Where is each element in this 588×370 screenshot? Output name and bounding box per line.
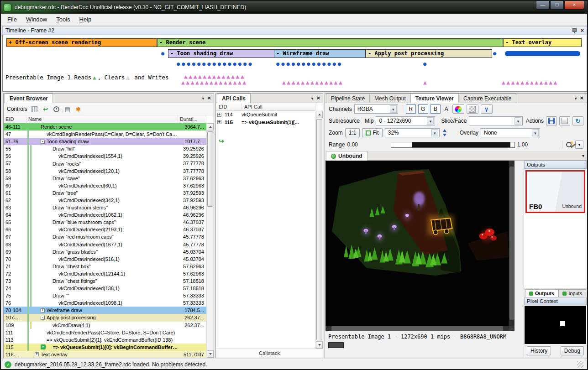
- resize-grip[interactable]: [577, 361, 583, 368]
- tree-expander[interactable]: +: [35, 352, 39, 356]
- channels-combo[interactable]: RGBA ▾: [354, 104, 398, 114]
- texture-viewport[interactable]: [326, 161, 514, 331]
- tree-expander[interactable]: [52, 287, 57, 291]
- viewport-horizontal-scrollbar[interactable]: [326, 326, 509, 331]
- texture-viewer-dock-tab[interactable]: Pipeline State: [326, 94, 370, 103]
- col-name[interactable]: Name: [26, 115, 178, 123]
- zoom-1-1-button[interactable]: 1:1: [345, 128, 360, 137]
- timeline-marker-bar[interactable]: + Off-screen scene rendering: [6, 38, 157, 47]
- col-api-call[interactable]: API Call: [242, 103, 315, 110]
- dock-menu-icon[interactable]: ▾: [202, 96, 204, 101]
- event-row[interactable]: 67 Draw "red mushroom caps" 45.77778: [4, 233, 206, 240]
- channel-green-button[interactable]: G: [418, 104, 428, 114]
- scroll-thumb[interactable]: [331, 326, 503, 331]
- debug-button[interactable]: Debug: [561, 346, 584, 355]
- timeline-body[interactable]: + Off-screen scene rendering - Render sc…: [2, 35, 587, 92]
- scroll-down-arrow[interactable]: [316, 341, 323, 349]
- wireframe-draw-dots[interactable]: ●●●●●●●●●●●●●: [276, 61, 343, 67]
- save-texture-button[interactable]: [546, 116, 557, 125]
- minimize-button[interactable]: —: [536, 1, 550, 10]
- pixel-context-view[interactable]: [525, 306, 586, 344]
- tree-expander[interactable]: [47, 294, 51, 298]
- draw-event-dot[interactable]: ●: [161, 51, 166, 56]
- event-row[interactable]: 76 vkCmdDrawIndexed(1098,1) 57.33333: [4, 299, 206, 307]
- autofit-wand-icon[interactable]: [571, 141, 573, 148]
- event-row[interactable]: 51-76 - Toon shading draw 1017.7...: [4, 138, 206, 145]
- api-call-row[interactable]: + 115 => vkQueueSubmit(1)[...: [216, 119, 323, 126]
- channel-blue-button[interactable]: B: [430, 104, 441, 114]
- event-row[interactable]: 62 vkCmdDrawIndexed(342,1) 37.92593: [4, 197, 206, 204]
- close-button[interactable]: ×: [564, 1, 584, 10]
- tree-expander[interactable]: [47, 264, 51, 268]
- range-min-value[interactable]: 0.00: [347, 141, 357, 148]
- event-row[interactable]: 75 Draw "" 57.33333: [4, 292, 206, 299]
- postprocess-draw-dot[interactable]: ●: [423, 61, 428, 67]
- tree-expander[interactable]: [47, 323, 51, 327]
- event-row[interactable]: 107-... - Apply post processing 262.37..…: [4, 314, 206, 321]
- history-button[interactable]: History: [527, 346, 551, 355]
- tree-expander[interactable]: [52, 169, 57, 173]
- tab-event-browser[interactable]: Event Browser: [5, 94, 53, 103]
- chevron-down-icon[interactable]: ▾: [582, 153, 584, 158]
- tree-expander[interactable]: -: [41, 316, 45, 320]
- menu-item[interactable]: Window: [21, 14, 52, 25]
- tree-expander[interactable]: +: [217, 113, 221, 117]
- tree-expander[interactable]: [52, 257, 57, 261]
- tree-expander[interactable]: +: [41, 308, 45, 313]
- scroll-up-arrow[interactable]: [316, 111, 323, 118]
- event-row[interactable]: 72 vkCmdDrawIndexed(12144,1) 57.62963: [4, 270, 206, 277]
- close-icon[interactable]: ×: [580, 95, 583, 101]
- texture-tab-unbound[interactable]: Unbound: [326, 151, 368, 161]
- event-row[interactable]: 64 vkCmdDrawIndexed(1062,1) 46.96296: [4, 211, 206, 219]
- col-duration[interactable]: Durati...: [178, 115, 206, 123]
- timeline-marker-bar[interactable]: - Render scene: [157, 38, 503, 47]
- timeline-header[interactable]: Timeline - Frame #2 ×: [2, 26, 587, 35]
- tree-expander[interactable]: [52, 183, 57, 188]
- flip-y-icon[interactable]: [442, 129, 447, 136]
- tree-expander[interactable]: -: [41, 140, 45, 144]
- bookmark-icon[interactable]: ✱: [75, 105, 82, 113]
- tree-expander[interactable]: [47, 220, 51, 224]
- event-row[interactable]: 115 => vkQueueSubmit(1)[0]: vkBeginComma…: [4, 344, 206, 351]
- usage-triangle[interactable]: ▲: [423, 79, 428, 85]
- hdr-colorwheel-button[interactable]: [452, 104, 464, 114]
- usage-triangles[interactable]: ▲▲▲▲▲▲▲▲▲▲▲▲▲: [282, 79, 343, 85]
- scroll-down-arrow[interactable]: [207, 350, 214, 358]
- tree-expander[interactable]: [47, 235, 51, 239]
- menu-item[interactable]: Tools: [52, 14, 74, 25]
- viewport-vertical-scrollbar[interactable]: [509, 161, 514, 326]
- dock-menu-icon[interactable]: ▾: [574, 96, 577, 101]
- event-row[interactable]: 61 Draw "tree" 37.92593: [4, 189, 206, 197]
- event-browser-scrollbar[interactable]: [206, 123, 214, 358]
- event-row[interactable]: 71 Draw "chest box" 57.62963: [4, 263, 206, 270]
- dock-menu-icon[interactable]: ▾: [311, 96, 313, 101]
- tree-expander[interactable]: +: [217, 120, 221, 124]
- columns-select-icon[interactable]: [31, 105, 38, 113]
- texture-viewer-dock-tab[interactable]: Mesh Output: [369, 94, 411, 103]
- event-row[interactable]: 109 vkCmdDraw(4,1) 262.37...: [4, 322, 206, 329]
- event-row[interactable]: 58 vkCmdDrawIndexed(120,1) 37.77778: [4, 167, 206, 175]
- scroll-thumb[interactable]: [316, 119, 322, 340]
- event-row[interactable]: 46-111 Render scene 3064.7...: [4, 123, 206, 130]
- channel-alpha-button[interactable]: A: [443, 106, 450, 112]
- event-row[interactable]: 68 vkCmdDrawIndexed(1677,1) 45.77778: [4, 241, 206, 248]
- tree-expander[interactable]: [47, 147, 51, 151]
- tree-expander[interactable]: [52, 242, 57, 246]
- stats-icon[interactable]: ▤: [64, 105, 71, 113]
- zoom-fit-button[interactable]: Fit: [362, 128, 382, 137]
- timeline-marker-bar[interactable]: - Toon shading draw: [168, 49, 274, 58]
- event-row[interactable]: 60 vkCmdDrawIndexed(60,1) 37.62963: [4, 182, 206, 189]
- event-row[interactable]: 47 vkCmdBeginRenderPass(C=Clear, D=Clear…: [4, 130, 206, 138]
- event-row[interactable]: 78-104 + Wireframe draw 1784.5...: [4, 307, 206, 314]
- callstack-section[interactable]: Callstack: [216, 349, 323, 358]
- tree-expander[interactable]: [52, 154, 57, 158]
- overlay-combo[interactable]: None ▾: [481, 128, 540, 137]
- menu-item[interactable]: Help: [75, 14, 96, 25]
- api-call-row[interactable]: + 114 vkQueueSubmit: [216, 111, 323, 119]
- event-row[interactable]: 66 vkCmdDrawIndexed(2193,1) 46.37037: [4, 226, 206, 233]
- tree-expander[interactable]: [52, 301, 57, 305]
- mip-combo[interactable]: 0 - 1272x690 ▾: [376, 116, 435, 125]
- range-max-value[interactable]: 1.00: [517, 141, 528, 148]
- scroll-up-arrow[interactable]: [207, 123, 214, 130]
- zoom-combo[interactable]: 32% ▾: [385, 128, 440, 137]
